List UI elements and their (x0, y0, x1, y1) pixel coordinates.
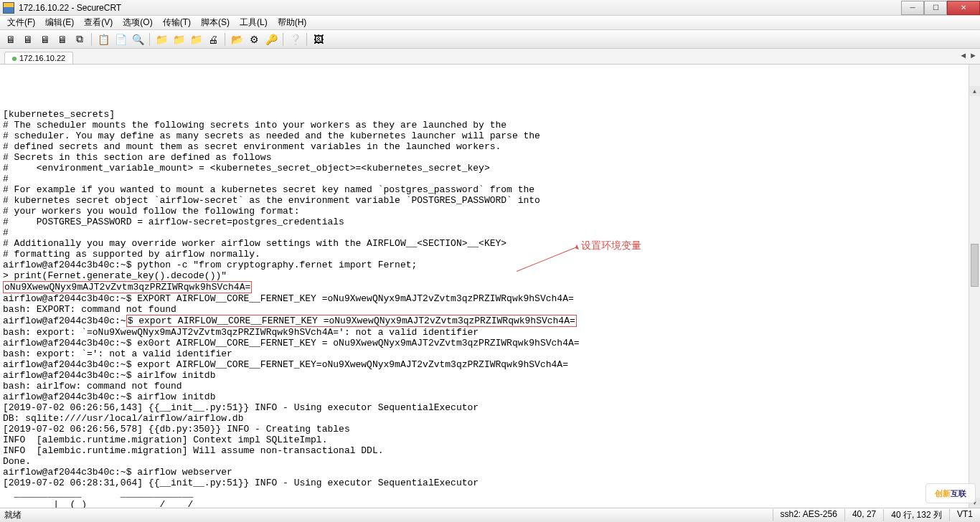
terminal-line: airflow@af2044c3b40c:~$ ex0ort AIRFLOW__… (3, 338, 977, 348)
app-icon (3, 2, 14, 14)
menu-tools[interactable]: 工具(L) (235, 15, 272, 30)
toolbar-button-17[interactable]: 🔑 (263, 32, 279, 47)
terminal-line: airflow@af2044c3b40c:~$ airflow initdb (3, 392, 977, 402)
toolbar-separator (91, 33, 92, 46)
menu-file[interactable]: 文件(F) (3, 15, 39, 30)
terminal-line: # (3, 227, 977, 238)
minimize-button[interactable]: ─ (901, 1, 924, 15)
watermark-logo: 创新互联 (925, 483, 976, 503)
toolbar-button-10[interactable]: 📁 (154, 32, 169, 47)
terminal-line: airflow@af2044c3b40c:~$ airflow webserve… (3, 467, 977, 478)
maximize-button[interactable]: ☐ (924, 1, 947, 15)
toolbar: 🖥🖥🖥🖥⧉📋📄🔍📁📁📁🖨📂⚙🔑❔🖼 (0, 30, 980, 49)
terminal-line: > print(Fernet.generate_key().decode())" (3, 270, 977, 281)
terminal-line: airflow@af2044c3b40c:~$ export AIRFLOW__… (3, 359, 977, 370)
status-dimensions: 40 行, 132 列 (883, 509, 949, 521)
terminal-line: DB: sqlite:////usr/local/airflow/airflow… (3, 413, 977, 424)
toolbar-separator (306, 33, 307, 46)
toolbar-separator (225, 33, 225, 46)
toolbar-button-6[interactable]: 📋 (95, 32, 111, 47)
terminal-line: # formatting as supported by airflow nor… (3, 249, 977, 260)
toolbar-button-16[interactable]: ⚙ (246, 32, 262, 47)
terminal-line: airflow@af2044c3b40c:~$ python -c "from … (3, 260, 977, 270)
terminal-scrollbar[interactable]: ▲ ▼ (969, 65, 980, 508)
scroll-thumb[interactable] (971, 244, 979, 287)
terminal-line: # POSTGRES_PASSWORD = airflow-secret=pos… (3, 217, 977, 227)
status-connection: ssh2: AES-256 (773, 509, 844, 521)
menubar: 文件(F)编辑(E)查看(V)选项(O)传输(T)脚本(S)工具(L)帮助(H) (0, 16, 980, 30)
terminal-line: # <environment_variable_mount> = <kubern… (3, 163, 977, 174)
status-ready: 就绪 (0, 509, 773, 521)
menu-transfer[interactable]: 传输(T) (159, 15, 195, 30)
terminal-area[interactable]: 设置环境变量 ▲ ▼ [kubernetes_secrets]# The sch… (0, 65, 980, 508)
toolbar-button-2[interactable]: 🖥 (37, 32, 53, 47)
highlighted-key: oNu9XwewQNyx9mAJT2vZvtm3qzPRZIWRqwk9hSVc… (3, 281, 252, 293)
terminal-line: INFO [alembic.runtime.migration] Context… (3, 435, 977, 445)
menu-options[interactable]: 选项(O) (118, 15, 156, 30)
toolbar-button-11[interactable]: 📁 (171, 32, 187, 47)
tab-status-icon (12, 57, 17, 61)
status-cursor-position: 40, 27 (844, 509, 883, 521)
terminal-line: oNu9XwewQNyx9mAJT2vZvtm3qzPRZIWRqwk9hSVc… (3, 281, 977, 293)
toolbar-button-13[interactable]: 🖨 (205, 32, 221, 47)
terminal-line: bash: export: `=oNu9XwewQNyx9mAJT2vZvtm3… (3, 327, 977, 338)
terminal-line: bash: export: `=': not a valid identifie… (3, 348, 977, 359)
tab-label: 172.16.10.22 (19, 54, 65, 62)
terminal-line: Done. (3, 456, 977, 467)
statusbar: 就绪 ssh2: AES-256 40, 27 40 行, 132 列 VT1 (0, 508, 980, 522)
terminal-line: airflow@af2044c3b40c:~$ airlfow initdb (3, 370, 977, 381)
annotation-label: 设置环境变量 (581, 240, 641, 251)
terminal-line: [2019-07-02 06:28:31,064] {{__init__.py:… (3, 478, 977, 488)
terminal-line: [kubernetes_secrets] (3, 109, 977, 120)
menu-help[interactable]: 帮助(H) (273, 15, 311, 30)
toolbar-separator (149, 33, 150, 46)
terminal-line: bash: airlfow: command not found (3, 381, 977, 392)
session-tab[interactable]: 172.16.10.22 (4, 52, 73, 64)
toolbar-button-7[interactable]: 📄 (113, 32, 128, 47)
terminal-line: airflow@af2044c3b40c:~$ export AIRFLOW__… (3, 315, 977, 327)
terminal-line: # your workers you would follow the foll… (3, 206, 977, 217)
terminal-line: INFO [alembic.runtime.migration] Will as… (3, 445, 977, 456)
terminal-line: bash: EXPORT: command not found (3, 304, 977, 315)
terminal-line: ____________ _____________ (3, 488, 977, 499)
toolbar-button-21[interactable]: 🖼 (311, 32, 326, 47)
terminal-line: # Secrets in this section are defined as… (3, 152, 977, 163)
menu-script[interactable]: 脚本(S) (197, 15, 234, 30)
toolbar-button-19[interactable]: ❔ (287, 32, 303, 47)
terminal-line: # (3, 174, 977, 184)
menu-edit[interactable]: 编辑(E) (41, 15, 78, 30)
terminal-line: # The scheduler mounts the following sec… (3, 120, 977, 130)
terminal-line: # Additionally you may override worker a… (3, 238, 977, 249)
toolbar-button-0[interactable]: 🖥 (3, 32, 19, 47)
terminal-line: # kubernetes secret object `airflow-secr… (3, 195, 977, 206)
window-controls: ─ ☐ ✕ (901, 1, 980, 15)
highlighted-command: $ export AIRFLOW__CORE__FERNET_KEY =oNu9… (126, 315, 577, 327)
terminal-line: [2019-07-02 06:26:56,578] {{db.py:350}} … (3, 424, 977, 435)
toolbar-button-15[interactable]: 📂 (229, 32, 245, 47)
window-title: 172.16.10.22 - SecureCRT (19, 3, 121, 13)
toolbar-button-1[interactable]: 🖥 (20, 32, 36, 47)
terminal-line: ____ |__( )_________ __/__ /________ __ (3, 499, 977, 508)
terminal-line: [2019-07-02 06:26:56,143] {{__init__.py:… (3, 402, 977, 413)
close-button[interactable]: ✕ (947, 1, 980, 15)
menu-view[interactable]: 查看(V) (80, 15, 117, 30)
terminal-line: # defined secrets and mount them as secr… (3, 141, 977, 152)
toolbar-button-8[interactable]: 🔍 (130, 32, 146, 47)
terminal-line: # scheduler. You may define as many secr… (3, 130, 977, 141)
terminal-line: # For example if you wanted to mount a k… (3, 184, 977, 195)
status-termtype: VT1 (949, 509, 980, 521)
toolbar-button-3[interactable]: 🖥 (55, 32, 70, 47)
window-titlebar: 172.16.10.22 - SecureCRT ─ ☐ ✕ (0, 0, 980, 16)
toolbar-button-4[interactable]: ⧉ (72, 32, 88, 47)
terminal-line: airflow@af2044c3b40c:~$ EXPORT AIRFLOW__… (3, 293, 977, 304)
toolbar-separator (283, 33, 283, 46)
tab-bar: 172.16.10.22 ◄ ► (0, 49, 980, 65)
tab-overflow-icon[interactable]: ◄ ► (959, 51, 977, 60)
toolbar-button-12[interactable]: 📁 (188, 32, 204, 47)
